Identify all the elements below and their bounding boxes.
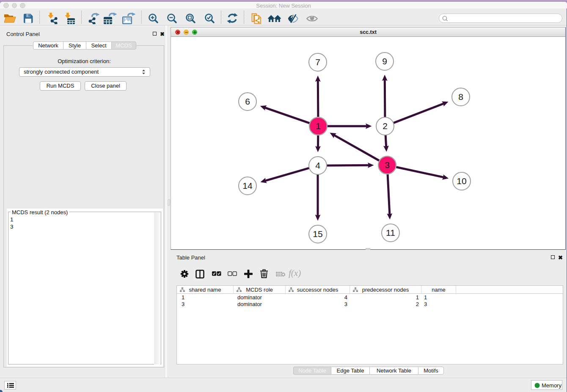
svg-text:15: 15 xyxy=(313,229,322,239)
svg-text:8: 8 xyxy=(458,92,463,102)
svg-text:11: 11 xyxy=(386,228,395,237)
svg-text:9: 9 xyxy=(382,56,387,66)
svg-text:4: 4 xyxy=(315,160,320,170)
svg-text:10: 10 xyxy=(457,176,466,186)
svg-text:6: 6 xyxy=(245,97,250,106)
svg-text:2: 2 xyxy=(383,121,388,131)
svg-text:1: 1 xyxy=(316,121,321,131)
svg-text:7: 7 xyxy=(315,57,320,67)
svg-text:14: 14 xyxy=(242,181,253,190)
svg-text:3: 3 xyxy=(385,160,390,170)
